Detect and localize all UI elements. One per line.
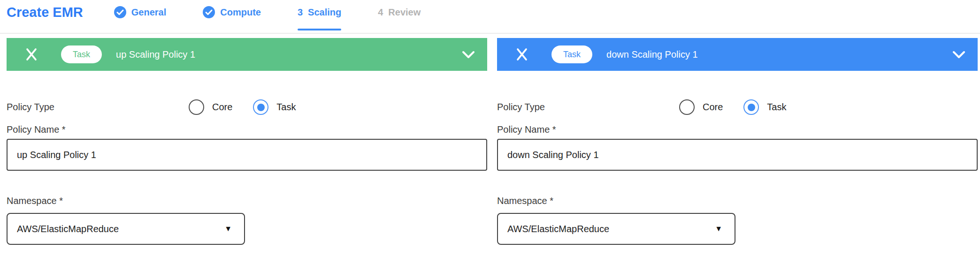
policy-name-input[interactable] [497, 139, 978, 171]
radio-core[interactable] [189, 99, 204, 115]
namespace-selected-value: AWS/ElasticMapReduce [17, 224, 119, 234]
check-circle-icon [203, 6, 215, 18]
step-number: 3 [298, 7, 303, 18]
radio-option-task[interactable]: Task [743, 99, 786, 115]
radio-core-label: Core [212, 102, 232, 113]
step-label: Review [388, 7, 421, 18]
radio-core-label: Core [703, 102, 723, 113]
step-label: Compute [220, 7, 261, 18]
chevron-down-icon[interactable] [462, 51, 475, 59]
radio-selected-dot [257, 104, 265, 111]
radio-option-core[interactable]: Core [189, 99, 232, 115]
radio-task-label: Task [276, 102, 296, 113]
namespace-select[interactable]: AWS/ElasticMapReduce ▼ [497, 213, 735, 245]
dropdown-arrow-icon: ▼ [224, 225, 232, 233]
step-label: Scaling [308, 7, 341, 18]
wizard-header: Create EMR General Compute 3 Scaling 4 R… [0, 0, 980, 34]
page-title: Create EMR [7, 3, 83, 22]
chevron-down-icon[interactable] [952, 51, 965, 59]
step-number: 4 [378, 7, 383, 18]
step-compute[interactable]: Compute [203, 3, 261, 22]
policy-type-label: Policy Type [497, 102, 679, 113]
up-policy-header-bar[interactable]: Task up Scaling Policy 1 [7, 38, 487, 71]
step-general[interactable]: General [114, 3, 166, 22]
policy-type-radio-group: Core Task [189, 99, 316, 115]
radio-option-core[interactable]: Core [679, 99, 723, 115]
radio-option-task[interactable]: Task [253, 99, 296, 115]
step-review[interactable]: 4 Review [378, 3, 421, 22]
down-policy-header-bar[interactable]: Task down Scaling Policy 1 [497, 38, 978, 71]
namespace-label: Namespace * [497, 196, 978, 206]
policy-header-title: down Scaling Policy 1 [606, 49, 698, 60]
radio-selected-dot [748, 104, 755, 111]
up-scaling-policy-panel: Task up Scaling Policy 1 Policy Type Cor… [7, 38, 487, 245]
radio-task-label: Task [767, 102, 786, 113]
policy-name-label: Policy Name * [7, 124, 487, 135]
policy-type-label: Policy Type [7, 102, 189, 113]
policy-type-badge: Task [61, 45, 102, 63]
radio-task[interactable] [743, 99, 759, 115]
check-circle-icon [114, 6, 126, 18]
step-label: General [131, 7, 166, 18]
step-scaling[interactable]: 3 Scaling [298, 3, 341, 22]
policy-type-row: Policy Type Core Task [7, 99, 487, 115]
policy-type-badge: Task [551, 45, 592, 63]
policy-type-row: Policy Type Core Task [497, 99, 978, 115]
radio-core[interactable] [679, 99, 695, 115]
namespace-select[interactable]: AWS/ElasticMapReduce ▼ [7, 213, 245, 245]
policy-type-radio-group: Core Task [679, 99, 807, 115]
down-scaling-policy-panel: Task down Scaling Policy 1 Policy Type C… [497, 38, 978, 245]
policy-name-input[interactable] [7, 139, 487, 171]
radio-task[interactable] [253, 99, 268, 115]
dropdown-arrow-icon: ▼ [715, 225, 722, 233]
policy-header-title: up Scaling Policy 1 [116, 49, 195, 60]
namespace-label: Namespace * [7, 196, 487, 206]
policy-name-label: Policy Name * [497, 124, 978, 135]
namespace-selected-value: AWS/ElasticMapReduce [507, 224, 609, 234]
close-icon[interactable] [515, 47, 529, 61]
close-icon[interactable] [24, 47, 38, 61]
scaling-policies-area: Task up Scaling Policy 1 Policy Type Cor… [7, 38, 978, 245]
